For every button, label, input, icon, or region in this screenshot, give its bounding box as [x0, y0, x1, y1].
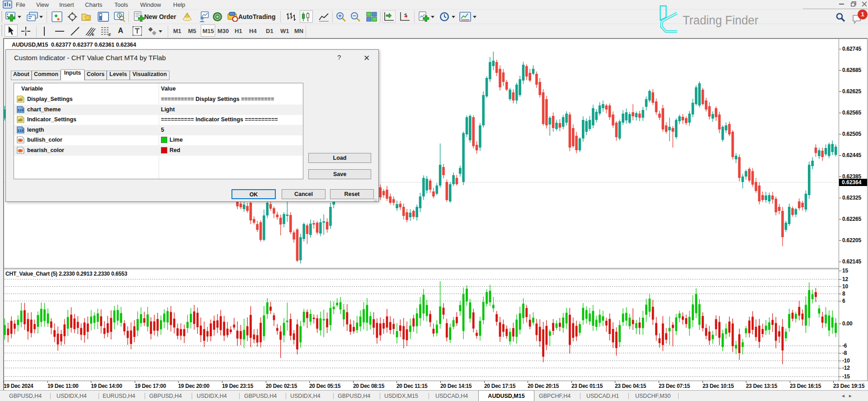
svg-text:123: 123 — [18, 129, 24, 133]
svg-text:F: F — [108, 33, 111, 36]
svg-text:ab: ab — [18, 97, 23, 102]
svg-text:ab: ab — [18, 118, 23, 122]
svg-text:E: E — [92, 33, 94, 36]
svg-text:123: 123 — [18, 108, 24, 112]
